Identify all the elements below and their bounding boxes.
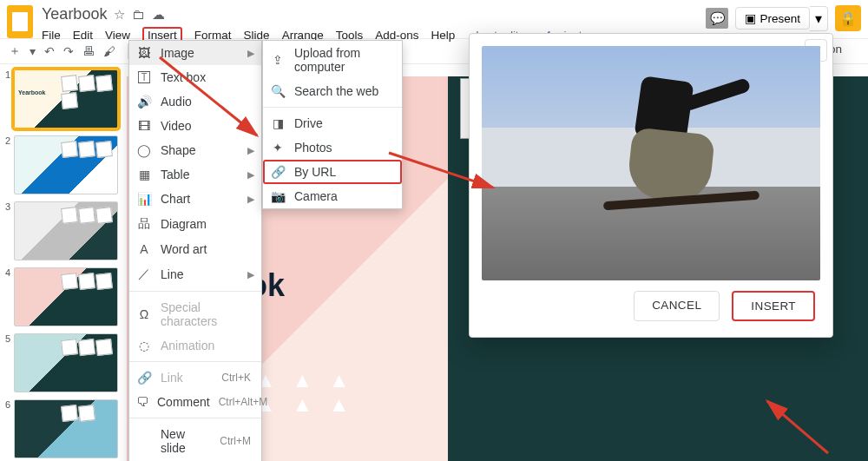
insert-image-submenu: ⇪ Upload from computer 🔍 Search the web … <box>262 40 403 209</box>
insert-comment-label: Comment <box>157 395 210 409</box>
insert-animation-label: Animation <box>161 339 254 352</box>
insert-animation: ◌ Animation <box>129 333 261 358</box>
menu-help[interactable]: Help <box>431 29 455 42</box>
insert-image-dialog: ✕ CANCEL INSERT <box>469 33 833 338</box>
insert-comment[interactable]: 🗨 Comment Ctrl+Alt+M <box>129 390 261 414</box>
paint-format-tool[interactable]: 🖌 <box>103 44 115 58</box>
insert-textbox-label: Text box <box>161 70 254 84</box>
image-photos-label: Photos <box>294 141 395 155</box>
slide-thumb-5[interactable]: 5 <box>2 333 125 392</box>
comment-shortcut: Ctrl+Alt+M <box>219 396 268 408</box>
drive-icon: ◨ <box>270 116 286 130</box>
line-icon: ／ <box>136 267 152 282</box>
table-icon: ▦ <box>136 168 152 181</box>
image-by-url[interactable]: 🔗 By URL <box>263 160 402 184</box>
insert-table-label: Table <box>161 168 239 181</box>
newslide-shortcut: Ctrl+M <box>220 435 251 447</box>
image-search-web[interactable]: 🔍 Search the web <box>263 79 402 103</box>
insert-audio[interactable]: 🔊 Audio <box>129 89 261 114</box>
image-drive-label: Drive <box>294 116 395 130</box>
image-search-label: Search the web <box>294 84 395 98</box>
insert-link-label: Link <box>161 371 213 385</box>
insert-textbox[interactable]: 🅃 Text box <box>129 65 261 89</box>
skater-figure <box>577 62 751 235</box>
wordart-icon: A <box>136 242 152 256</box>
chart-icon: 📊 <box>136 192 152 206</box>
present-dropdown[interactable]: ▾ <box>810 6 828 31</box>
thumb1-label: Yearbook <box>18 89 46 95</box>
cancel-button[interactable]: CANCEL <box>634 291 720 321</box>
image-drive[interactable]: ◨ Drive <box>263 111 402 135</box>
special-chars-icon: Ω <box>136 307 152 321</box>
insert-image[interactable]: 🖼 Image ▶ <box>129 41 261 65</box>
chevron-right-icon: ▶ <box>247 48 254 59</box>
diagram-icon: 品 <box>136 216 152 232</box>
comment-icon: 🗨 <box>136 395 148 409</box>
image-photos[interactable]: ✦ Photos <box>263 135 402 160</box>
present-icon: ▣ <box>745 11 756 25</box>
decorative-triangles: ▲ ▲ ▲▲ ▲ ▲ <box>255 368 355 417</box>
photos-icon: ✦ <box>270 141 286 155</box>
image-upload-label: Upload from computer <box>294 46 395 74</box>
animation-icon: ◌ <box>136 339 152 352</box>
video-icon: 🎞 <box>136 119 152 133</box>
redo-tool[interactable]: ↷ <box>63 44 74 58</box>
link-icon: 🔗 <box>136 371 152 385</box>
slides-app-icon[interactable] <box>7 5 33 38</box>
chevron-right-icon: ▶ <box>247 194 254 205</box>
present-label: Present <box>760 12 800 25</box>
insert-chart[interactable]: 📊 Chart ▶ <box>129 187 261 211</box>
menu-file[interactable]: File <box>42 29 61 42</box>
insert-diagram[interactable]: 品 Diagram <box>129 211 261 237</box>
insert-table[interactable]: ▦ Table ▶ <box>129 162 261 187</box>
image-camera[interactable]: 📷 Camera <box>263 184 402 208</box>
search-icon: 🔍 <box>270 84 286 98</box>
image-icon: 🖼 <box>136 46 152 60</box>
star-icon[interactable]: ☆ <box>114 7 125 23</box>
image-preview <box>482 46 820 280</box>
insert-shape-label: Shape <box>161 143 239 157</box>
link-shortcut: Ctrl+K <box>221 372 251 384</box>
insert-video[interactable]: 🎞 Video <box>129 114 261 138</box>
link-icon: 🔗 <box>270 165 286 179</box>
chevron-right-icon: ▶ <box>247 169 254 181</box>
insert-shape[interactable]: ◯ Shape ▶ <box>129 138 261 162</box>
slide-thumb-2[interactable]: 2 <box>2 135 125 194</box>
image-upload[interactable]: ⇪ Upload from computer <box>263 41 402 79</box>
insert-audio-label: Audio <box>161 95 254 109</box>
menu-edit[interactable]: Edit <box>73 29 93 42</box>
insert-diagram-label: Diagram <box>161 217 254 231</box>
chevron-right-icon: ▶ <box>247 145 254 156</box>
insert-newslide-label: New slide <box>161 427 211 455</box>
insert-button[interactable]: INSERT <box>732 291 815 321</box>
insert-line-label: Line <box>161 267 239 281</box>
slide-thumb-4[interactable]: 4 <box>2 267 125 326</box>
slide-panel[interactable]: 1 Yearbook 2 3 4 5 6 <box>0 64 127 461</box>
print-tool[interactable]: 🖶 <box>82 44 95 58</box>
open-comments-button[interactable]: 💬 <box>706 8 728 29</box>
new-slide-dropdown[interactable]: ▾ <box>30 44 36 58</box>
slide-thumb-3[interactable]: 3 <box>2 201 125 260</box>
image-by-url-label: By URL <box>294 165 395 179</box>
new-slide-tool[interactable]: ＋ <box>9 43 21 59</box>
camera-icon: 📷 <box>270 189 286 203</box>
insert-new-slide[interactable]: New slide Ctrl+M <box>129 422 261 460</box>
insert-special-label: Special characters <box>161 300 254 328</box>
textbox-icon: 🅃 <box>136 70 152 84</box>
menu-view[interactable]: View <box>105 29 130 42</box>
share-lock-button[interactable]: 🔒 <box>835 5 861 31</box>
present-button[interactable]: ▣ Present <box>735 7 810 30</box>
move-icon[interactable]: 🗀 <box>132 7 145 22</box>
cloud-status-icon[interactable]: ☁ <box>152 7 165 23</box>
insert-menu-dropdown: 🖼 Image ▶ 🅃 Text box 🔊 Audio 🎞 Video ◯ S… <box>128 40 262 461</box>
slide-thumb-1[interactable]: 1 Yearbook <box>2 69 125 128</box>
insert-link: 🔗 Link Ctrl+K <box>129 366 261 390</box>
insert-wordart-label: Word art <box>161 242 254 256</box>
slide-thumb-6[interactable]: 6 <box>2 399 125 458</box>
document-title[interactable]: Yearbook <box>42 5 107 23</box>
insert-chart-label: Chart <box>161 192 239 206</box>
insert-line[interactable]: ／ Line ▶ <box>129 261 261 287</box>
chevron-right-icon: ▶ <box>247 269 254 280</box>
insert-wordart[interactable]: A Word art <box>129 237 261 261</box>
undo-tool[interactable]: ↶ <box>44 44 55 58</box>
